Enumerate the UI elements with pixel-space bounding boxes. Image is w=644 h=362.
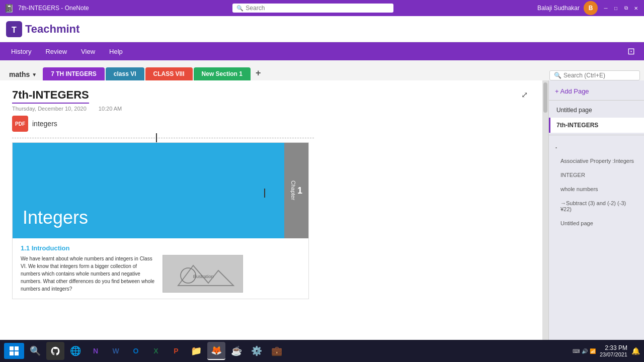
svg-text:T: T — [12, 26, 17, 34]
window-controls: ─ □ ⧉ ✕ — [602, 4, 640, 12]
doc-body: 1.1 Introduction We have learnt about wh… — [13, 238, 308, 299]
taskbar-system-icons: ⌨ 🔊 📶 — [573, 348, 596, 354]
notebook-dropdown-icon[interactable]: ▼ — [32, 72, 37, 77]
taskbar-excel-icon[interactable]: X — [147, 342, 165, 360]
title-bar-center: 🔍 — [89, 4, 537, 13]
doc-illustration: Illustration — [163, 255, 243, 293]
page-title: 7th-INTEGERS — [12, 88, 89, 104]
share-button[interactable]: ⊡ — [623, 43, 639, 59]
search-section: 🔍 — [549, 70, 640, 80]
start-button[interactable] — [4, 343, 24, 359]
panel-page-untitled-2[interactable]: Untitled page — [549, 216, 644, 230]
restore-button[interactable]: □ — [612, 4, 620, 12]
panel-page-subtract[interactable]: →Subtract (3) and (-2) (-3) ¥22) — [549, 196, 644, 216]
search-input[interactable] — [564, 72, 634, 79]
speaker-icon: 🔊 — [582, 348, 588, 354]
notebook-name[interactable]: maths ▼ — [4, 68, 42, 80]
clock-time: 2:33 PM — [600, 344, 627, 351]
scroll-thumb[interactable] — [543, 82, 547, 113]
ribbon-tab-history[interactable]: History — [5, 46, 37, 57]
taskbar-word-icon[interactable]: W — [107, 342, 125, 360]
panel-page-integer[interactable]: INTEGER — [549, 168, 644, 182]
taskbar-search-icon[interactable]: 🔍 — [26, 342, 44, 360]
search-icon: 🔍 — [554, 72, 561, 79]
right-panel: + Add Page Untitled page 7th-INTEGERS . … — [548, 80, 644, 362]
logo-text: Teachmint — [25, 23, 79, 36]
page-content: 7th-INTEGERS Thursday, December 10, 2020… — [0, 80, 542, 362]
taskbar-folder-icon[interactable]: 📁 — [187, 342, 205, 360]
vertical-scrollbar[interactable] — [542, 80, 548, 362]
section-tab-integers[interactable]: 7 TH INTEGERS — [43, 67, 105, 80]
text-cursor-area[interactable] — [12, 138, 314, 138]
taskbar-teams-icon[interactable]: 💼 — [268, 342, 286, 360]
page-date-text: Thursday, December 10, 2020 — [12, 106, 87, 112]
close-button[interactable]: ✕ — [632, 4, 640, 12]
taskbar-coffee-icon[interactable]: ☕ — [227, 342, 246, 360]
svg-rect-6 — [10, 346, 14, 350]
panel-separator-2 — [549, 135, 644, 135]
ribbon-tab-review[interactable]: Review — [39, 46, 73, 57]
taskbar-clock[interactable]: 2:33 PM 23/07/2021 — [600, 344, 627, 357]
doc-main-title: Integers — [23, 207, 88, 228]
chapter-num: 1 — [297, 186, 302, 196]
ribbon: History Review View Help ⊡ — [0, 42, 644, 60]
svg-rect-7 — [15, 346, 19, 350]
title-bar-left: 📓 7th-INTEGERS - OneNote — [4, 4, 89, 13]
taskbar-ppt-icon[interactable]: P — [167, 342, 185, 360]
section-tabs-bar: maths ▼ 7 TH INTEGERS class VI CLASS VII… — [0, 60, 644, 80]
add-section-button[interactable]: + — [252, 66, 265, 80]
taskbar-right: ⌨ 🔊 📶 2:33 PM 23/07/2021 🔔 — [573, 344, 640, 357]
title-bar: 📓 7th-INTEGERS - OneNote 🔍 Balaji Sudhak… — [0, 0, 644, 16]
svg-rect-9 — [15, 351, 19, 355]
page-date: Thursday, December 10, 2020 10:20 AM — [12, 106, 530, 112]
teachmint-logo-icon: T — [6, 21, 22, 37]
panel-page-associative[interactable]: Associative Property :Integers — [549, 154, 644, 168]
title-bar-right: Balaji Sudhakar B ─ □ ⧉ ✕ — [537, 1, 640, 15]
doc-header: Integers 1 Chapter — [13, 143, 308, 238]
ribbon-tab-view[interactable]: View — [75, 46, 101, 57]
panel-page-untitled-1[interactable]: Untitled page — [549, 103, 644, 118]
page-title-area: 7th-INTEGERS Thursday, December 10, 2020… — [12, 88, 530, 112]
search-box[interactable]: 🔍 — [549, 70, 640, 80]
taskbar-firefox-icon[interactable]: 🦊 — [207, 342, 225, 360]
panel-page-whole[interactable]: whole numbers — [549, 182, 644, 196]
ribbon-tab-help[interactable]: Help — [103, 46, 129, 57]
taskbar-github-icon[interactable] — [46, 342, 64, 360]
taskbar-outlook-icon[interactable]: O — [127, 342, 145, 360]
panel-dot: . — [549, 137, 644, 154]
page-time-text: 10:20 AM — [99, 106, 122, 112]
section-tab-class6[interactable]: class VI — [106, 67, 144, 80]
panel-page-integers[interactable]: 7th-INTEGERS — [549, 118, 644, 133]
taskbar-onenote-icon[interactable]: N — [87, 342, 105, 360]
text-cursor — [156, 133, 157, 142]
doc-body-text: We have learnt about whole numbers and i… — [21, 255, 156, 293]
doc-section-title: 1.1 Introduction — [21, 244, 300, 252]
clock-date: 23/07/2021 — [600, 351, 627, 357]
section-tab-class8[interactable]: CLASS VIII — [145, 67, 193, 80]
svg-rect-8 — [10, 351, 14, 355]
notification-icon[interactable]: 🔔 — [631, 347, 640, 355]
section-tab-new-section[interactable]: New Section 1 — [194, 67, 251, 80]
add-page-button[interactable]: + Add Page — [549, 84, 644, 98]
taskbar-settings-icon[interactable]: ⚙️ — [248, 342, 266, 360]
title-search-box[interactable]: 🔍 — [232, 4, 393, 13]
github-icon — [50, 346, 60, 356]
fullscreen-button[interactable]: ⧉ — [622, 4, 630, 12]
window-title: 7th-INTEGERS - OneNote — [18, 5, 89, 12]
minimize-button[interactable]: ─ — [602, 4, 610, 12]
network-icon: 📶 — [590, 348, 596, 354]
title-search-input[interactable] — [246, 5, 386, 12]
doc-blue-section: Integers — [13, 143, 284, 238]
ribbon-right: ⊡ — [623, 43, 639, 59]
page-wrapper: 7th-INTEGERS Thursday, December 10, 2020… — [12, 88, 530, 299]
svg-text:Illustration: Illustration — [193, 274, 213, 279]
doc-chapter-tab: 1 Chapter — [284, 143, 308, 238]
cursor-beam — [264, 189, 265, 198]
file-attachment[interactable]: PDF integers — [12, 116, 530, 132]
expand-button[interactable]: ⤢ — [518, 88, 530, 101]
user-avatar[interactable]: B — [584, 1, 598, 15]
teachmint-logo[interactable]: T Teachmint — [6, 21, 79, 37]
chapter-label: Chapter — [290, 180, 296, 200]
taskbar-chrome-icon[interactable]: 🌐 — [66, 342, 85, 360]
document-preview: Integers 1 Chapter 1.1 Introduction We h… — [12, 142, 309, 299]
